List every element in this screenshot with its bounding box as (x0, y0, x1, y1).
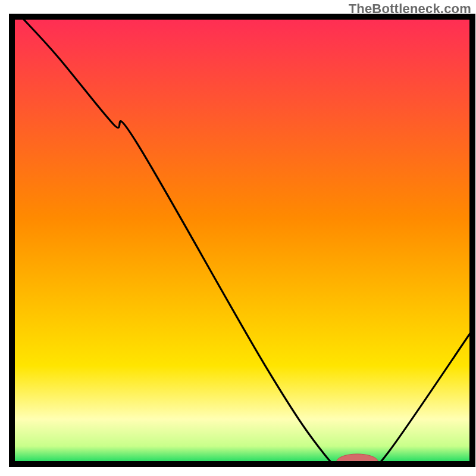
chart-container: { "watermark": "TheBottleneck.com", "col… (0, 0, 476, 476)
bottleneck-chart (0, 0, 476, 476)
watermark-text: TheBottleneck.com (349, 1, 471, 17)
